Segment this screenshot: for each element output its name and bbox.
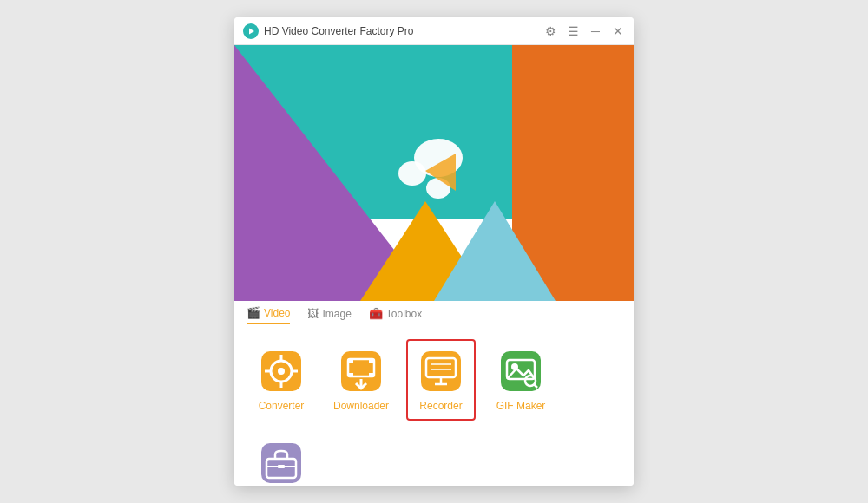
titlebar: HD Video Converter Factory Pro ⚙ ☰ ─ ✕ [234,17,634,45]
downloader-icon-wrap [338,348,385,395]
menu-icon[interactable]: ☰ [566,24,580,38]
image-tab-icon: 🖼 [307,307,319,320]
window-title: HD Video Converter Factory Pro [264,25,543,37]
svg-rect-24 [369,373,374,376]
svg-rect-40 [278,465,285,468]
tool-gif-maker[interactable]: GIF Maker [486,339,556,421]
converter-icon-wrap [258,348,305,395]
gif-maker-label: GIF Maker [496,400,546,412]
recorder-label: Recorder [419,400,462,412]
tab-toolbox-label: Toolbox [386,308,422,320]
application-window: HD Video Converter Factory Pro ⚙ ☰ ─ ✕ [234,17,634,486]
gif-maker-icon [497,348,544,395]
tab-video-label: Video [264,307,290,319]
tool-recorder[interactable]: Recorder [406,339,476,421]
svg-point-14 [278,368,285,375]
hero-graphic [234,45,634,301]
downloader-label: Downloader [333,400,389,412]
app-icon [243,23,259,39]
toolbox-icon [258,440,305,486]
svg-point-10 [398,161,426,186]
tab-image-label: Image [322,308,351,320]
tab-image[interactable]: 🖼 Image [307,306,351,324]
downloader-icon [338,348,385,395]
converter-label: Converter [259,400,305,412]
tool-toolbox[interactable]: Toolbox [247,431,316,486]
hero-banner [234,45,634,301]
converter-icon [258,348,305,395]
svg-rect-23 [369,359,374,363]
tab-toolbox[interactable]: 🧰 Toolbox [369,306,422,324]
gif-maker-icon-wrap [497,348,544,395]
tools-grid: Converter [247,339,621,486]
svg-rect-21 [348,359,353,363]
video-tab-icon: 🎬 [247,306,260,319]
recorder-icon [418,348,464,395]
settings-icon[interactable]: ⚙ [543,24,557,38]
category-tabs: 🎬 Video 🖼 Image 🧰 Toolbox [247,301,621,330]
window-controls: ⚙ ☰ ─ ✕ [543,24,625,38]
tool-downloader[interactable]: Downloader [326,339,396,421]
tab-video[interactable]: 🎬 Video [247,306,290,324]
minimize-button[interactable]: ─ [589,24,602,38]
svg-rect-22 [348,373,353,376]
tool-converter[interactable]: Converter [247,339,316,421]
close-button[interactable]: ✕ [611,24,625,38]
toolbox-icon-wrap [258,440,305,486]
main-content: 🎬 Video 🖼 Image 🧰 Toolbox [234,301,634,486]
recorder-icon-wrap [418,348,464,395]
toolbox-tab-icon: 🧰 [369,307,383,320]
